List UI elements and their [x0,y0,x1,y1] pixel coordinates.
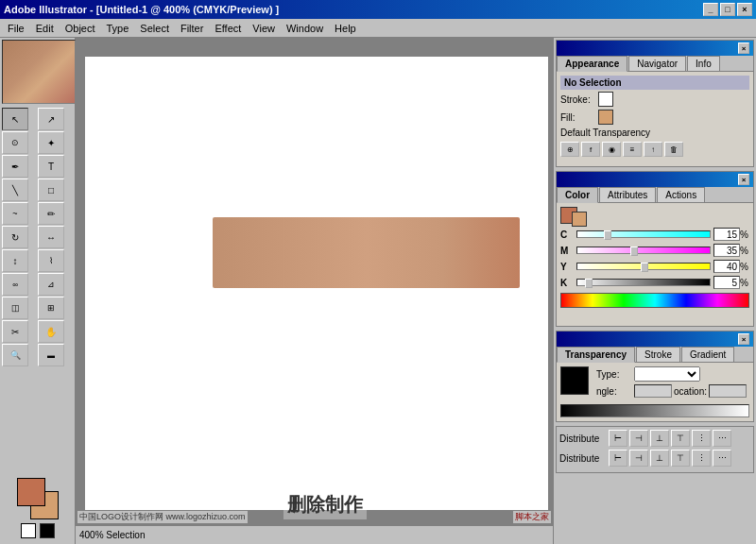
menu-file[interactable]: File [2,21,30,36]
app-add-btn[interactable]: ⊕ [560,142,579,157]
color-bg-swatch[interactable] [572,212,587,227]
tool-direct-select[interactable]: ↗ [38,108,64,130]
tool-line[interactable]: ╲ [2,178,28,201]
tab-attributes[interactable]: Attributes [599,187,656,202]
tool-scale[interactable]: ↕ [2,249,28,272]
tool-scissors[interactable]: ✂ [2,320,28,343]
restore-button[interactable]: □ [720,3,735,16]
tool-rect[interactable]: □ [38,178,64,201]
tool-eyedropper[interactable]: ⊿ [38,273,64,296]
tool-reflect[interactable]: ↔ [38,226,64,248]
tool-pen[interactable]: ✒ [2,155,28,178]
angle-input[interactable] [634,384,672,398]
align-btn-6[interactable]: ⋯ [713,430,731,447]
tool-hand[interactable]: ✋ [38,320,64,343]
channel-m-value[interactable] [713,244,740,257]
app-menu-btn[interactable]: ≡ [623,142,642,157]
tool-magic-wand[interactable]: ✦ [38,131,64,154]
stroke-swatch[interactable] [598,92,613,107]
appearance-panel-close[interactable]: × [738,42,749,54]
black-swatch[interactable] [40,523,55,538]
channel-k-slider[interactable] [576,277,711,288]
transparency-panel-close[interactable]: × [738,333,749,345]
tab-stroke[interactable]: Stroke [636,347,680,362]
menu-type[interactable]: Type [101,21,135,36]
align-btn-4[interactable]: ⊤ [671,430,690,447]
app-eye-btn[interactable]: ◉ [602,142,621,157]
swatch-pair [17,478,59,519]
default-transparency-label: Default Transparency [560,128,650,138]
tool-gradient[interactable]: ◫ [2,297,28,319]
zoom-level: 400% Selection [79,530,146,540]
distribute-btn-3[interactable]: ⊥ [650,450,669,467]
distribute-btn-1[interactable]: ⊢ [609,450,627,467]
menu-edit[interactable]: Edit [30,21,60,36]
channel-k-value[interactable] [713,276,740,289]
align-btn-5[interactable]: ⋮ [692,430,711,447]
tool-blend[interactable]: ∞ [2,273,28,296]
menu-object[interactable]: Object [60,21,101,36]
color-panel-close[interactable]: × [738,174,749,185]
menu-select[interactable]: Select [134,21,175,36]
menu-view[interactable]: View [247,21,281,36]
tool-lasso[interactable]: ⊙ [2,131,28,154]
fill-row: Fill: [560,110,749,125]
fill-swatch[interactable] [598,110,613,125]
app-up-btn[interactable]: ↑ [644,142,662,157]
tab-appearance[interactable]: Appearance [557,56,627,72]
tool-pencil[interactable]: ✏ [38,202,64,225]
distribute-btn-5[interactable]: ⋮ [692,450,711,467]
color-content: C % M [557,203,753,326]
app-delete-btn[interactable]: 🗑 [664,142,683,157]
menu-help[interactable]: Help [329,21,362,36]
app-fx-btn[interactable]: f [581,142,600,157]
appearance-panel-tabs: Appearance Navigator Info [557,56,753,72]
tab-actions[interactable]: Actions [657,187,705,202]
transparency-thumbnail [560,366,589,395]
tool-mesh[interactable]: ⊞ [38,297,64,319]
tool-grid: ↖ ↗ ⊙ ✦ ✒ T ╲ □ ~ ✏ ↻ ↔ ↕ ⌇ ∞ ⊿ ◫ ⊞ ✂ ✋ … [2,108,73,366]
tool-rotate[interactable]: ↻ [2,226,28,248]
channel-c-slider[interactable] [576,229,711,240]
tool-bar[interactable]: ▬ [38,344,64,366]
minimize-button[interactable]: _ [703,3,718,16]
tab-info[interactable]: Info [687,56,720,71]
foreground-color-swatch[interactable] [17,478,45,506]
align-btn-1[interactable]: ⊢ [609,430,627,447]
tab-navigator[interactable]: Navigator [628,56,686,71]
tab-transparency[interactable]: Transparency [557,347,635,363]
color-spectrum[interactable] [560,293,749,308]
distribute-btn-2[interactable]: ⊣ [629,450,648,467]
channel-y-slider[interactable] [576,261,711,272]
menu-window[interactable]: Window [281,21,329,36]
delete-watermark-text: 删除制作 [284,490,367,519]
menu-filter[interactable]: Filter [175,21,209,36]
channel-m-slider[interactable] [576,245,711,256]
type-label: Type: [596,369,634,380]
tool-arrow[interactable]: ↖ [2,108,28,130]
align-btn-2[interactable]: ⊣ [629,430,648,447]
channel-c-label: C [560,230,574,240]
location-input[interactable] [709,384,747,398]
distribute-btn-4[interactable]: ⊤ [671,450,690,467]
menu-effect[interactable]: Effect [209,21,247,36]
channel-k-label: K [560,278,574,288]
canvas-shape[interactable] [213,217,520,288]
tool-type[interactable]: T [38,155,64,178]
type-select[interactable]: Normal Multiply Screen [634,366,700,382]
tool-zoom[interactable]: 🔍 [2,344,28,366]
tool-shear[interactable]: ⌇ [38,249,64,272]
watermark-right: 脚本之家 [513,511,551,523]
tool-paintbrush[interactable]: ~ [2,202,28,225]
appearance-panel-titlebar: × [557,41,753,56]
tab-gradient[interactable]: Gradient [681,347,734,362]
canvas-area[interactable]: 删除制作 中国LOGO设计制作网 www.logozhizuo.com 脚本之家… [76,38,553,544]
none-swatch[interactable] [21,523,36,538]
align-btn-3[interactable]: ⊥ [650,430,669,447]
gradient-bar[interactable] [560,404,749,417]
distribute-btn-6[interactable]: ⋯ [713,450,731,467]
channel-y-value[interactable] [713,260,740,273]
channel-c-value[interactable] [713,228,740,241]
tab-color[interactable]: Color [557,187,598,203]
close-button[interactable]: × [737,3,752,16]
